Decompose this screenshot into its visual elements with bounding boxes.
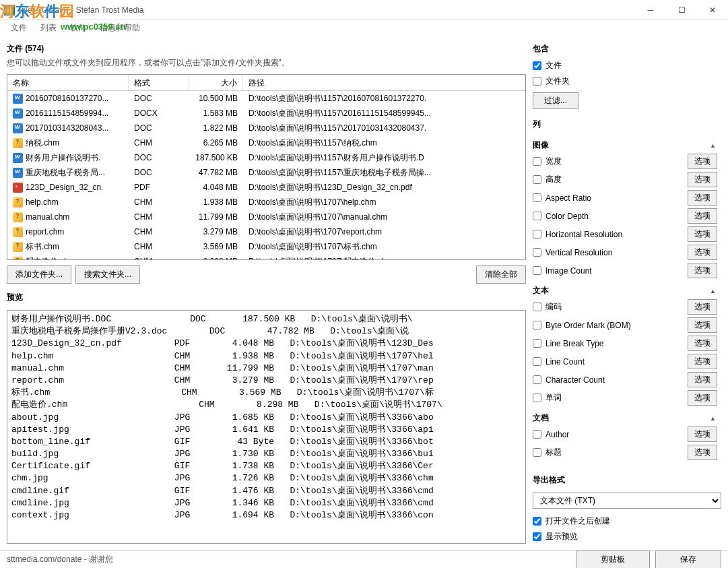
table-header: 名称 格式 大小 路径 <box>7 75 525 91</box>
image-options-6[interactable]: 选项 <box>688 263 717 278</box>
doc-options-1[interactable]: 选项 <box>688 445 717 460</box>
columns-header: 列 <box>533 119 721 130</box>
text-options-0[interactable]: 选项 <box>688 299 717 315</box>
text-check-5[interactable] <box>533 393 541 402</box>
menu-file[interactable]: 文件 <box>5 21 32 35</box>
file-name: 重庆地税电子税务局... <box>26 167 105 179</box>
export-format-select[interactable]: 文本文件 (TXT) <box>533 493 721 509</box>
col-path[interactable]: 路径 <box>243 75 525 90</box>
image-check-0[interactable] <box>533 157 541 166</box>
show-preview-checkbox[interactable] <box>533 532 541 541</box>
table-row[interactable]: 纳税.chmCHM6.265 MBD:\tools\桌面\说明书\1157\纳税… <box>7 135 525 150</box>
file-size: 187.500 KB <box>189 152 243 164</box>
include-folders-checkbox[interactable] <box>533 77 541 86</box>
text-options-5[interactable]: 选项 <box>688 390 717 406</box>
minimize-button[interactable]: ─ <box>635 0 666 20</box>
image-options-2[interactable]: 选项 <box>688 190 717 206</box>
text-options-1[interactable]: 选项 <box>688 317 717 333</box>
file-name: 标书.chm <box>26 241 59 253</box>
file-size: 11.799 MB <box>189 211 243 223</box>
window-title: FilelistCreator - Stefan Trost Media <box>19 5 635 15</box>
table-row[interactable]: 标书.chmCHM3.569 MBD:\tools\桌面\说明书\1707\标书… <box>7 239 525 254</box>
text-options-4[interactable]: 选项 <box>688 372 717 387</box>
image-check-2[interactable] <box>533 193 541 202</box>
text-check-0[interactable] <box>533 303 541 311</box>
file-path: D:\tools\桌面\说明书\1707\help.chm <box>243 195 525 210</box>
table-row[interactable]: 123D_Design_32_cn.PDF4.048 MBD:\tools\桌面… <box>7 180 525 195</box>
image-check-6[interactable] <box>533 266 541 275</box>
doc-label-1: 标题 <box>545 447 684 458</box>
text-options-2[interactable]: 选项 <box>688 336 717 351</box>
text-check-3[interactable] <box>533 357 541 366</box>
image-options-3[interactable]: 选项 <box>688 208 717 224</box>
file-format: CHM <box>129 211 189 223</box>
include-files-checkbox[interactable] <box>533 61 541 70</box>
preview-body[interactable]: 财务用户操作说明书.DOC DOC 187.500 KB D:\tools\桌面… <box>7 311 525 543</box>
doc-options-0[interactable]: 选项 <box>688 427 717 442</box>
file-name: 20161115154859994... <box>26 108 108 118</box>
col-format[interactable]: 格式 <box>129 75 189 90</box>
table-row[interactable]: 20160708160137270...DOC10.500 MBD:\tools… <box>7 91 525 106</box>
image-options-5[interactable]: 选项 <box>688 245 717 260</box>
doc-file-icon <box>13 153 23 163</box>
statusbar: sttmedia.com/donate - 谢谢您 剪贴板 保存 <box>0 550 728 568</box>
table-row[interactable]: 财务用户操作说明书.DOC187.500 KBD:\tools\桌面\说明书\1… <box>7 150 525 165</box>
table-row[interactable]: 20170103143208043...DOC1.822 MBD:\tools\… <box>7 121 525 135</box>
table-row[interactable]: 配电造价.chmCHM8.298 MBD:\tools\桌面\说明书\1707\… <box>7 254 525 259</box>
file-format: DOC <box>129 122 189 134</box>
save-button[interactable]: 保存 <box>655 550 721 568</box>
add-folder-button[interactable]: 添加文件夹... <box>7 265 71 284</box>
collapse-image-icon[interactable]: ▲ <box>710 142 716 149</box>
file-path: D:\tools\桌面\说明书\1707\report.chm <box>243 225 525 239</box>
text-check-1[interactable] <box>533 321 541 329</box>
file-size: 1.822 MB <box>189 122 243 134</box>
doc-file-icon <box>13 168 23 178</box>
table-row[interactable]: 重庆地税电子税务局...DOC47.782 MBD:\tools\桌面\说明书\… <box>7 165 525 180</box>
clipboard-button[interactable]: 剪贴板 <box>576 550 650 568</box>
table-row[interactable]: 20161115154859994...DOCX1.583 MBD:\tools… <box>7 106 525 121</box>
image-check-3[interactable] <box>533 212 541 220</box>
image-options-1[interactable]: 选项 <box>688 172 717 187</box>
col-name[interactable]: 名称 <box>7 75 129 90</box>
search-folder-button[interactable]: 搜索文件夹... <box>75 265 140 284</box>
file-table: 名称 格式 大小 路径 20160708160137270...DOC10.50… <box>7 74 526 260</box>
table-row[interactable]: manual.chmCHM11.799 MBD:\tools\桌面\说明书\17… <box>7 210 525 224</box>
export-header: 导出格式 <box>533 474 721 486</box>
file-path: D:\tools\桌面\说明书\1157\纳税.chm <box>243 136 525 150</box>
file-format: DOC <box>129 92 189 104</box>
image-label-4: Horizontal Resolution <box>545 230 684 239</box>
pdf-file-icon <box>13 183 23 193</box>
text-check-4[interactable] <box>533 375 541 384</box>
preview-panel: 财务用户操作说明书.DOC DOC 187.500 KB D:\tools\桌面… <box>7 310 526 544</box>
menu-help[interactable]: 信息和帮助 <box>94 21 145 35</box>
col-size[interactable]: 大小 <box>189 75 243 90</box>
collapse-text-icon[interactable]: ▲ <box>710 288 716 294</box>
file-size: 47.782 MB <box>189 166 243 179</box>
image-options-4[interactable]: 选项 <box>688 226 717 242</box>
table-row[interactable]: report.chmCHM3.279 MBD:\tools\桌面\说明书\170… <box>7 224 525 239</box>
maximize-button[interactable]: ☐ <box>666 0 697 20</box>
filter-button[interactable]: 过滤... <box>533 92 578 109</box>
chm-file-icon <box>13 227 23 237</box>
table-row[interactable]: help.chmCHM1.938 MBD:\tools\桌面\说明书\1707\… <box>7 195 525 210</box>
image-check-5[interactable] <box>533 248 541 257</box>
hint-text: 您可以拖动文件或文件夹到应用程序，或者你可以点击"添加文件/文件夹搜索"。 <box>7 57 526 69</box>
text-label-2: Line Break Type <box>545 339 684 348</box>
text-options-3[interactable]: 选项 <box>688 354 717 369</box>
clear-all-button[interactable]: 清除全部 <box>476 265 526 284</box>
image-check-4[interactable] <box>533 230 541 239</box>
menu-list[interactable]: 列表 <box>35 21 62 35</box>
file-format: CHM <box>129 226 189 238</box>
open-after-create-checkbox[interactable] <box>533 517 541 526</box>
include-files-label: 文件 <box>545 60 721 71</box>
image-check-1[interactable] <box>533 175 541 184</box>
text-check-2[interactable] <box>533 339 541 348</box>
close-button[interactable]: ✕ <box>697 0 728 20</box>
image-options-0[interactable]: 选项 <box>688 154 717 169</box>
doc-check-1[interactable] <box>533 448 541 457</box>
doc-check-0[interactable] <box>533 430 541 439</box>
include-folders-label: 文件夹 <box>545 75 721 87</box>
table-body[interactable]: 20160708160137270...DOC10.500 MBD:\tools… <box>7 91 525 259</box>
menu-software[interactable]: 软件 <box>65 21 92 35</box>
collapse-doc-icon[interactable]: ▲ <box>710 415 716 422</box>
